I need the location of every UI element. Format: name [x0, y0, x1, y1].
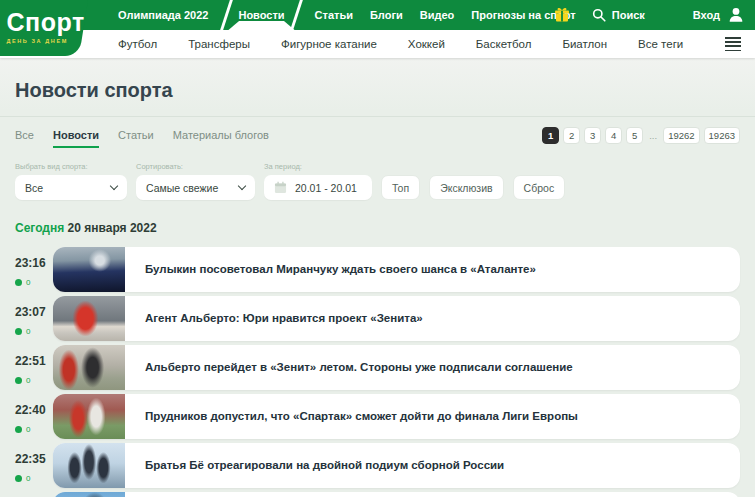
news-row: 22:35 0 Братья Бё отреагировали на двойн…	[15, 443, 740, 488]
login-button[interactable]: Вход	[693, 6, 745, 24]
sort-select-value: Самые свежие	[146, 182, 218, 194]
comments-indicator: 0	[15, 278, 53, 287]
calendar-icon	[274, 181, 287, 194]
pagination-ellipsis: ...	[649, 130, 657, 141]
comment-count: 0	[26, 327, 30, 336]
date-range-value: 20.01 - 20.01	[295, 182, 357, 194]
news-thumbnail	[53, 443, 125, 488]
page-button-19262[interactable]: 19262	[663, 127, 699, 144]
top-header: Олимпиада 2022 Новости Статьи Блоги Виде…	[0, 0, 755, 58]
news-list: 23:16 0 Булыкин посоветовал Миранчуку жд…	[15, 247, 740, 497]
chevron-down-icon	[238, 182, 246, 190]
nav-item-news-active[interactable]: Новости	[225, 0, 297, 30]
news-card[interactable]: Агент Альберто: Юри нравится проект «Зен…	[53, 296, 740, 341]
page-button-1[interactable]: 1	[542, 127, 559, 144]
tab-slash-right	[290, 0, 303, 30]
news-row: 23:07 0 Агент Альберто: Юри нравится про…	[15, 296, 740, 341]
gift-icon[interactable]	[554, 7, 570, 23]
search-button[interactable]: Поиск	[592, 8, 645, 22]
subnav-item-hockey[interactable]: Хоккей	[408, 38, 445, 50]
news-row: 22:40 0 Прудников допустил, что «Спартак…	[15, 394, 740, 439]
comment-count: 0	[26, 278, 30, 287]
news-card[interactable]: Альберто перейдет в «Зенит» летом. Сторо…	[53, 345, 740, 390]
news-row: 23:16 0 Булыкин посоветовал Миранчуку жд…	[15, 247, 740, 292]
subnav-item-all-tags[interactable]: Все теги	[638, 38, 683, 50]
news-thumbnail	[53, 296, 125, 341]
date-range-input[interactable]: 20.01 - 20.01	[264, 175, 372, 200]
subnav-item-football[interactable]: Футбол	[118, 38, 157, 50]
login-label: Вход	[693, 9, 720, 21]
comment-count: 0	[26, 425, 30, 434]
tab-news[interactable]: Новости	[53, 129, 99, 148]
page-button-19263[interactable]: 19263	[704, 127, 740, 144]
news-row: 22:12 0 Мампасси рассказал, почему решил…	[15, 492, 740, 497]
subnav-item-basketball[interactable]: Баскетбол	[476, 38, 532, 50]
nav-item-articles[interactable]: Статьи	[315, 0, 353, 30]
page-button-2[interactable]: 2	[563, 127, 580, 144]
exclusive-filter-button[interactable]: Эксклюзив	[429, 175, 503, 200]
news-card[interactable]: Прудников допустил, что «Спартак» сможет…	[53, 394, 740, 439]
page-button-3[interactable]: 3	[584, 127, 601, 144]
page-title-band: Новости спорта	[0, 58, 755, 117]
news-time: 23:07	[15, 305, 53, 319]
comment-count: 0	[26, 474, 30, 483]
sub-nav-bar: Футбол Трансферы Фигурное катание Хоккей…	[0, 30, 755, 58]
logo-name: Спорт	[7, 10, 85, 35]
sort-select[interactable]: Самые свежие	[136, 175, 255, 200]
news-title: Братья Бё отреагировали на двойной подиу…	[125, 443, 740, 488]
tab-all[interactable]: Все	[15, 129, 34, 146]
date-label: 20 января 2022	[68, 221, 157, 235]
top-filter-button[interactable]: Топ	[381, 175, 420, 200]
sport-select[interactable]: Все	[15, 175, 127, 200]
main-nav: Олимпиада 2022 Новости Статьи Блоги Виде…	[118, 0, 576, 30]
sort-filter-label: Сортировать:	[136, 162, 255, 171]
user-icon	[727, 6, 745, 24]
news-title: Мампасси рассказал, почему решил перейти…	[125, 492, 740, 497]
logo[interactable]: Спорт день за днем	[0, 0, 88, 56]
content-tabs: Все Новости Статьи Материалы блогов 1 2 …	[15, 129, 740, 149]
topbar-right: Поиск Вход	[554, 0, 745, 30]
news-thumbnail	[53, 345, 125, 390]
nav-item-blogs[interactable]: Блоги	[370, 0, 403, 30]
comment-count: 0	[26, 376, 30, 385]
sport-select-value: Все	[25, 182, 43, 194]
comment-dot-icon	[15, 426, 22, 433]
news-meta: 22:51 0	[15, 345, 53, 390]
news-thumbnail	[53, 492, 125, 497]
tab-articles[interactable]: Статьи	[118, 129, 154, 146]
news-thumbnail	[53, 247, 125, 292]
news-card[interactable]: Булыкин посоветовал Миранчуку ждать свое…	[53, 247, 740, 292]
news-card[interactable]: Братья Бё отреагировали на двойной подиу…	[53, 443, 740, 488]
pagination: 1 2 3 4 5 ... 19262 19263	[542, 127, 740, 144]
news-title: Агент Альберто: Юри нравится проект «Зен…	[125, 296, 740, 341]
sort-filter-group: Сортировать: Самые свежие	[136, 162, 255, 200]
hamburger-menu-icon[interactable]	[725, 37, 741, 54]
page-button-5[interactable]: 5	[626, 127, 643, 144]
comment-dot-icon	[15, 475, 22, 482]
sport-filter-label: Выбрать вид спорта:	[15, 162, 127, 171]
sport-filter-group: Выбрать вид спорта: Все	[15, 162, 127, 200]
nav-item-olympics[interactable]: Олимпиада 2022	[118, 0, 208, 30]
comment-dot-icon	[15, 328, 22, 335]
nav-item-news-label[interactable]: Новости	[238, 9, 284, 21]
news-thumbnail	[53, 394, 125, 439]
reset-filter-button[interactable]: Сброс	[513, 175, 566, 200]
tab-blog-materials[interactable]: Материалы блогов	[173, 129, 269, 146]
comments-indicator: 0	[15, 327, 53, 336]
news-meta: 22:12 0	[15, 492, 53, 497]
active-tab-bump	[228, 21, 294, 30]
search-label: Поиск	[612, 9, 645, 21]
news-time: 22:51	[15, 354, 53, 368]
nav-item-video[interactable]: Видео	[420, 0, 455, 30]
period-filter-group: За период: 20.01 - 20.01	[264, 162, 372, 200]
news-title: Альберто перейдет в «Зенит» летом. Сторо…	[125, 345, 740, 390]
news-card[interactable]: Мампасси рассказал, почему решил перейти…	[53, 492, 740, 497]
subnav-item-figure-skating[interactable]: Фигурное катание	[281, 38, 377, 50]
news-row: 22:51 0 Альберто перейдет в «Зенит» лето…	[15, 345, 740, 390]
comments-indicator: 0	[15, 474, 53, 483]
subnav-item-biathlon[interactable]: Биатлон	[562, 38, 607, 50]
page-button-4[interactable]: 4	[605, 127, 622, 144]
subnav-item-transfers[interactable]: Трансферы	[188, 38, 250, 50]
comments-indicator: 0	[15, 376, 53, 385]
news-meta: 22:35 0	[15, 443, 53, 488]
